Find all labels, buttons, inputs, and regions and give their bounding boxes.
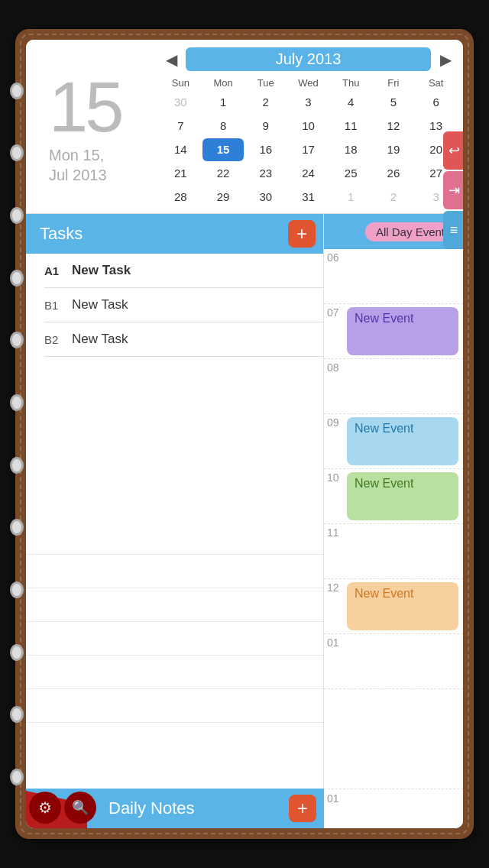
big-day-number: 15 — [49, 72, 121, 142]
cal-day-header: Sat — [415, 76, 457, 90]
spiral-ring — [10, 207, 24, 224]
cal-today[interactable]: 15 — [202, 138, 244, 161]
task-label: B2 — [44, 333, 66, 346]
cal-day-header: Sun — [160, 76, 202, 90]
cal-day-cell[interactable]: 16 — [244, 138, 287, 161]
prev-month-button[interactable]: ◀ — [160, 48, 183, 71]
top-section: 15 Mon 15, Jul 2013 ◀ July 2013 ▶ SunMon… — [26, 40, 463, 214]
cal-day-cell[interactable]: 25 — [330, 162, 372, 185]
cal-day-cell[interactable]: 3 — [287, 91, 329, 114]
cal-day-cell[interactable]: 6 — [415, 91, 457, 114]
empty-line — [26, 521, 323, 555]
daily-notes-bar: ⚙ 🔍 Daily Notes + — [26, 789, 324, 828]
cal-day-cell[interactable]: 11 — [330, 115, 372, 138]
time-label: 01 — [327, 636, 347, 687]
spiral-ring — [10, 144, 24, 161]
main-content: Tasks + A1New TaskB1New TaskB2New Task A… — [26, 214, 463, 789]
task-item[interactable]: B1New Task — [44, 288, 323, 322]
daily-notes-title: Daily Notes — [108, 798, 194, 818]
cal-day-cell[interactable]: 7 — [160, 115, 202, 138]
time-label: 09 — [327, 416, 347, 467]
bottom-area: ⚙ 🔍 Daily Notes + 01 — [26, 789, 463, 828]
cal-day-cell[interactable]: 31 — [287, 186, 329, 209]
empty-line — [26, 622, 323, 656]
tasks-list: A1New TaskB1New TaskB2New Task — [26, 254, 323, 521]
cal-day-cell[interactable]: 4 — [330, 91, 372, 114]
cal-day-cell[interactable]: 10 — [287, 115, 329, 138]
schedule-panel: All Day Event 0607New Event0809New Event… — [324, 214, 463, 789]
event-block-green[interactable]: New Event — [347, 472, 458, 520]
cal-day-cell[interactable]: 19 — [373, 138, 415, 161]
calendar-grid: SunMonTueWedThuFriSat3012345678910111213… — [160, 76, 457, 209]
time-slot: 11 — [324, 524, 463, 579]
schedule-footer: 01 — [324, 789, 463, 828]
right-tab-blue[interactable]: ≡ — [443, 211, 463, 249]
task-item[interactable]: A1New Task — [44, 254, 323, 288]
add-task-button[interactable]: + — [288, 220, 316, 248]
spiral-ring — [10, 769, 24, 785]
time-slot: 01 — [324, 634, 463, 689]
cal-day-cell[interactable]: 12 — [373, 115, 415, 138]
time-label: 12 — [327, 581, 347, 632]
spiral-ring — [10, 332, 24, 348]
cal-day-cell[interactable]: 2 — [244, 91, 287, 114]
cal-day-cell[interactable]: 9 — [244, 115, 287, 138]
gear-button[interactable]: ⚙ — [29, 792, 61, 824]
right-tab-pink[interactable]: ⇥ — [443, 171, 463, 209]
cal-day-cell[interactable]: 5 — [373, 91, 415, 114]
event-block-purple[interactable]: New Event — [347, 307, 458, 355]
spiral-ring — [10, 270, 24, 287]
time-slot: 09New Event — [324, 414, 463, 469]
event-block-light-blue[interactable]: New Event — [347, 417, 458, 465]
tasks-header: Tasks + — [26, 214, 323, 254]
event-label: New Event — [355, 422, 413, 436]
task-label: A1 — [44, 264, 66, 277]
add-note-button[interactable]: + — [289, 795, 316, 822]
task-item[interactable]: B2New Task — [44, 322, 323, 357]
cal-day-cell[interactable]: 8 — [202, 115, 244, 138]
cal-day-cell[interactable]: 17 — [287, 138, 329, 161]
time-label: 07 — [327, 306, 347, 357]
time-slot: 08 — [324, 359, 463, 414]
all-day-event[interactable]: All Day Event — [365, 222, 455, 241]
event-block-orange[interactable]: New Event — [347, 582, 458, 630]
cal-day-header: Tue — [244, 76, 287, 90]
time-slot: 10New Event — [324, 469, 463, 524]
spiral-ring — [10, 644, 24, 661]
calendar-section: ◀ July 2013 ▶ SunMonTueWedThuFriSat30123… — [160, 47, 457, 209]
next-month-button[interactable]: ▶ — [434, 48, 457, 71]
time-label: 06 — [327, 251, 347, 302]
time-slot: 06 — [324, 249, 463, 304]
search-button[interactable]: 🔍 — [64, 792, 96, 824]
cal-day-cell[interactable]: 23 — [244, 162, 287, 185]
planner-inner: ↩ ⇥ ≡ 15 Mon 15, Jul 2013 ◀ — [26, 40, 463, 828]
empty-line — [26, 656, 323, 689]
cal-day-cell[interactable]: 26 — [373, 162, 415, 185]
right-tab-red[interactable]: ↩ — [443, 131, 463, 170]
cal-day-cell[interactable]: 2 — [373, 186, 415, 209]
cal-day-cell[interactable]: 14 — [160, 138, 202, 161]
cal-day-cell[interactable]: 1 — [330, 186, 372, 209]
spiral-ring — [10, 706, 24, 723]
time-label: 08 — [327, 361, 347, 412]
cal-day-cell[interactable]: 28 — [160, 186, 202, 209]
month-title: July 2013 — [186, 47, 431, 71]
tab-blue-icon: ≡ — [450, 222, 458, 238]
schedule-header: All Day Event — [324, 214, 463, 249]
spiral-ring — [10, 83, 24, 99]
right-tabs: ↩ ⇥ ≡ — [443, 131, 463, 249]
cal-day-cell[interactable]: 1 — [202, 91, 244, 114]
calendar-header: ◀ July 2013 ▶ — [160, 47, 457, 71]
cal-day-header: Thu — [330, 76, 372, 90]
cal-day-cell[interactable]: 29 — [202, 186, 244, 209]
tasks-empty-lines — [26, 521, 323, 789]
cal-day-cell[interactable]: 24 — [287, 162, 329, 185]
tasks-title: Tasks — [40, 224, 83, 244]
cal-day-cell[interactable]: 22 — [202, 162, 244, 185]
event-label: New Event — [355, 312, 413, 326]
cal-day-cell[interactable]: 30 — [244, 186, 287, 209]
cal-day-cell[interactable]: 21 — [160, 162, 202, 185]
cal-day-cell[interactable]: 30 — [160, 91, 202, 114]
spiral-ring — [10, 581, 24, 598]
cal-day-cell[interactable]: 18 — [330, 138, 372, 161]
